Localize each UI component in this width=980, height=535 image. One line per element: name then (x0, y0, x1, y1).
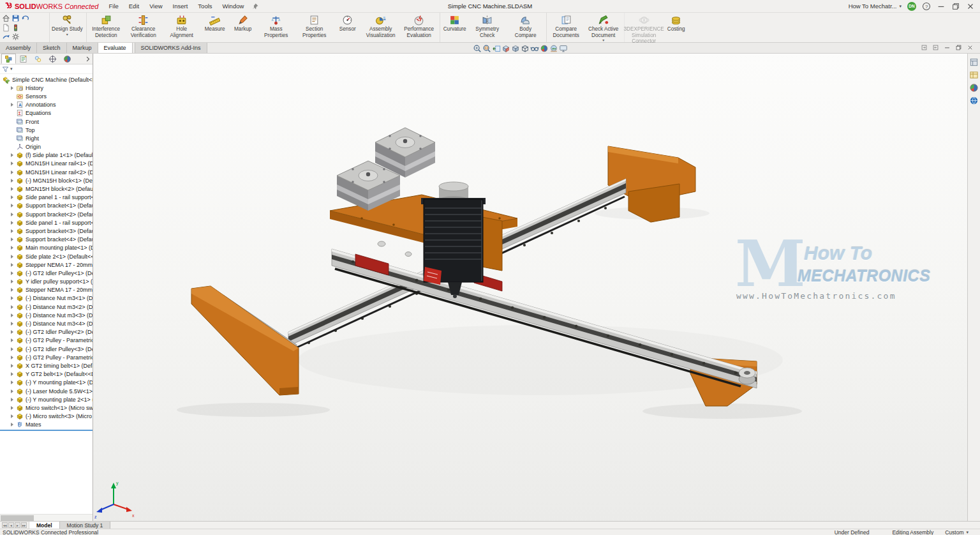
headsup-button[interactable]: ▾ (521, 44, 530, 53)
expand-arrow-icon[interactable] (11, 414, 13, 418)
command-tab[interactable]: Sketch (37, 43, 67, 53)
expand-arrow-icon[interactable] (11, 288, 13, 292)
tree-item[interactable]: MGN15H Linear rail<1> (Default<<D (0, 160, 93, 168)
tree-item[interactable]: Origin (0, 143, 93, 151)
quick-access-button[interactable]: ▾ (2, 14, 10, 22)
tree-item[interactable]: (-) GT2 Idler Pulley<2> (Default<<D (0, 328, 93, 336)
tree-item[interactable]: Micro switch<1> (Micro switch<<D (0, 403, 93, 412)
feature-manager-tab[interactable] (1, 54, 16, 64)
doc-window-icon-a[interactable] (921, 44, 928, 51)
expand-arrow-icon[interactable] (11, 187, 13, 191)
next-tab-button[interactable]: ▸ (15, 522, 20, 528)
tree-horizontal-scrollbar[interactable] (0, 514, 93, 521)
tree-item[interactable]: (-) Distance Nut m3<3> (Default<< (0, 311, 93, 319)
headsup-button[interactable]: ▾ (540, 44, 549, 53)
expand-arrow-icon[interactable] (11, 406, 13, 410)
tree-item[interactable]: (-) Laser Module 5.5W<1> (Default< (0, 387, 93, 395)
tree-item[interactable]: (-) Y mounting plate<1> (Default<< (0, 379, 93, 387)
expand-arrow-icon[interactable] (11, 305, 13, 309)
avatar[interactable]: DN (907, 2, 916, 11)
menu-item[interactable]: File (103, 3, 123, 10)
pin-icon[interactable] (251, 3, 259, 10)
tree-item[interactable]: X GT2 timing belt<1> (Default<<De (0, 361, 93, 370)
expand-arrow-icon[interactable] (11, 204, 13, 207)
tree-item[interactable]: Support bracket<4> (Default<<Defa (0, 236, 93, 244)
menu-item[interactable]: Window (218, 3, 249, 10)
expand-arrow-icon[interactable] (11, 237, 13, 241)
doc-close-icon[interactable] (967, 44, 974, 51)
ribbon-button[interactable]: 3DEXPERIENCE Simulation Connector ▾ (624, 13, 662, 42)
expand-arrow-icon[interactable] (11, 313, 13, 317)
tree-item[interactable]: Mates (0, 421, 93, 429)
tree-item[interactable]: Top (0, 126, 93, 134)
expand-arrow-icon[interactable] (11, 229, 13, 233)
expand-arrow-icon[interactable] (11, 372, 13, 376)
tree-item[interactable]: Support bracket<1> (Default<<Defa (0, 202, 93, 210)
tree-item[interactable]: Side plate 2<1> (Default<<Default> (0, 252, 93, 260)
close-button[interactable] (966, 2, 975, 11)
tree-item[interactable]: Main mounting plate<1> (Default< (0, 244, 93, 252)
ribbon-button[interactable]: Clearance Verification ▾ (124, 13, 163, 42)
ribbon-button[interactable]: Interference Detection ▾ (86, 13, 124, 42)
tree-item[interactable]: Σ Equations (0, 109, 93, 117)
study-tab[interactable]: Model (29, 522, 60, 529)
feature-manager-tab[interactable] (45, 54, 60, 64)
quick-access-button[interactable]: ▾ (2, 24, 10, 32)
account-menu[interactable]: How To Mechatr...▾ (849, 3, 902, 10)
menu-item[interactable]: View (144, 3, 167, 10)
headsup-button[interactable]: ▾ (501, 44, 510, 53)
quick-access-button[interactable]: ▾ (11, 14, 20, 22)
tree-item[interactable]: (-) Distance Nut m3<2> (Default<< (0, 303, 93, 311)
quick-access-button[interactable]: ▾ (11, 33, 20, 41)
expand-arrow-icon[interactable] (11, 246, 13, 250)
tree-filter[interactable]: ▾ (0, 64, 93, 74)
expand-arrow-icon[interactable] (11, 153, 13, 157)
headsup-button[interactable]: ▾ (530, 44, 539, 53)
chevron-right-icon[interactable] (84, 56, 91, 63)
help-icon[interactable]: ? (922, 2, 931, 11)
expand-arrow-icon[interactable] (11, 296, 13, 300)
headsup-button[interactable]: ▾ (482, 44, 491, 53)
ribbon-button[interactable]: Hole Alignment ▾ (163, 13, 201, 42)
tree-item[interactable]: Right (0, 134, 93, 142)
expand-arrow-icon[interactable] (11, 338, 13, 342)
headsup-button[interactable]: ▾ (559, 44, 568, 53)
headsup-button[interactable]: ▾ (473, 44, 482, 53)
expand-arrow-icon[interactable] (11, 423, 13, 426)
ribbon-button[interactable]: Assembly Visualization ▾ (362, 13, 400, 42)
task-pane-button[interactable] (969, 70, 979, 80)
command-tab[interactable]: Evaluate (98, 43, 133, 53)
ribbon-button[interactable]: Compare Documents ▾ (546, 13, 584, 42)
doc-restore-icon[interactable] (955, 44, 962, 51)
ribbon-button[interactable]: Symmetry Check ▾ (468, 13, 507, 42)
expand-arrow-icon[interactable] (11, 381, 13, 384)
expand-arrow-icon[interactable] (11, 364, 13, 368)
expand-arrow-icon[interactable] (11, 263, 13, 267)
ribbon-button[interactable]: Markup ▾ (229, 13, 257, 42)
last-tab-button[interactable]: ▸▸ (21, 522, 27, 528)
tree-item[interactable]: (f) Side plate 1<1> (Default<<Defau (0, 151, 93, 160)
expand-arrow-icon[interactable] (11, 103, 13, 107)
tree-item[interactable]: (-) GT2 Pulley - Parametric<3> (GT2 (0, 353, 93, 361)
tree-item[interactable]: Side panel 1 - rail support<2> (Defa (0, 218, 93, 227)
first-tab-button[interactable]: ◂◂ (2, 522, 8, 528)
expand-arrow-icon[interactable] (11, 271, 13, 275)
headsup-button[interactable]: ▾ (511, 44, 520, 53)
ribbon-button[interactable]: Costing ▾ (662, 13, 690, 42)
tree-item[interactable]: Y idler pulley support<1> (Default< (0, 278, 93, 286)
quick-access-button[interactable]: ▾ (11, 24, 20, 32)
expand-arrow-icon[interactable] (11, 398, 13, 402)
tree-item[interactable]: Support bracket<2> (Default<<Defa (0, 210, 93, 218)
tree-item[interactable]: Front (0, 117, 93, 126)
tree-item[interactable]: (-) GT2 Idler Pulley<1> (Default<<D (0, 269, 93, 277)
tree-item[interactable]: Support bracket<3> (Default<<Defa (0, 227, 93, 235)
ribbon-button[interactable]: Performance Evaluation ▾ (400, 13, 438, 42)
expand-arrow-icon[interactable] (11, 213, 13, 216)
tree-item[interactable]: Stepper NEMA 17 - 20mm shaft<2> (0, 286, 93, 294)
restore-button[interactable] (951, 2, 960, 11)
tree-item[interactable]: (-) Micro switch<3> (Micro switch< (0, 412, 93, 421)
ribbon-button[interactable]: Design Study ▾ (50, 13, 85, 42)
scrollbar-thumb[interactable] (1, 515, 34, 521)
menu-item[interactable]: Insert (168, 3, 193, 10)
expand-arrow-icon[interactable] (11, 389, 13, 393)
